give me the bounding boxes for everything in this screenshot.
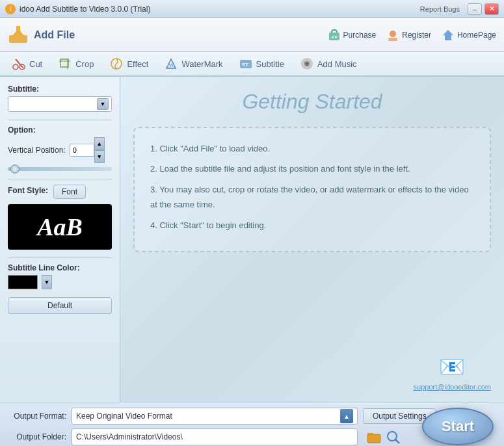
purchase-button[interactable]: Purchase xyxy=(328,29,377,42)
divider-1 xyxy=(8,120,112,120)
email-section: 📧 support@idooeditor.com xyxy=(414,354,491,391)
add-file-button[interactable]: Add File xyxy=(8,26,75,44)
spin-up-button[interactable]: ▲ xyxy=(94,137,105,150)
instructions-box: 1. Click "Add File" to load video. 2. Lo… xyxy=(133,127,491,252)
folder-path-value: C:\Users\Administrator\Videos\ xyxy=(76,432,183,441)
cut-icon xyxy=(12,57,26,71)
close-button[interactable]: ✕ xyxy=(484,3,499,15)
svg-text:W: W xyxy=(169,63,174,68)
right-panel: Getting Started 1. Click "Add File" to l… xyxy=(120,77,504,402)
add-music-toolbar-item[interactable]: Add Music xyxy=(293,54,364,73)
svg-rect-3 xyxy=(329,33,339,40)
subtitle-dropdown-arrow: ▼ xyxy=(97,98,109,110)
color-swatch[interactable] xyxy=(8,275,38,289)
title-bar-left: i idoo Add Subtitle to Video 3.0.0 (Tria… xyxy=(5,4,150,14)
effect-icon xyxy=(109,57,124,71)
spin-down-button[interactable]: ▼ xyxy=(94,150,105,163)
cut-label: Cut xyxy=(29,59,42,69)
svg-rect-0 xyxy=(9,35,27,43)
watermark-label: WaterMark xyxy=(181,59,222,69)
add-music-label: Add Music xyxy=(317,59,357,69)
subtitle-line-color-label: Subtitle Line Color: xyxy=(8,263,112,272)
font-style-label: Font Style: xyxy=(8,186,48,195)
crop-label: Crop xyxy=(75,59,94,69)
start-button[interactable]: Start xyxy=(422,408,494,445)
svg-point-6 xyxy=(390,31,396,37)
font-button[interactable]: Font xyxy=(53,185,86,199)
crop-toolbar-item[interactable]: Crop xyxy=(51,54,100,73)
instruction-3: 3. You may also cut, crop or rotate the … xyxy=(150,182,474,213)
subtitle-icon: ST xyxy=(239,57,253,71)
watermark-toolbar-item[interactable]: W WaterMark xyxy=(157,54,229,73)
svg-point-4 xyxy=(332,36,334,38)
instruction-1: 1. Click "Add File" to load video. xyxy=(150,141,474,156)
font-style-row: Font Style: Font xyxy=(8,185,112,199)
color-dropdown-arrow[interactable]: ▼ xyxy=(42,275,52,289)
purchase-label: Purchase xyxy=(343,31,377,40)
email-icon: 📧 xyxy=(414,354,491,379)
output-format-dropdown[interactable]: Keep Original Video Format ▲ xyxy=(72,408,358,425)
purchase-icon xyxy=(328,29,341,42)
homepage-label: HomePage xyxy=(457,31,496,40)
main-content: Subtitle: ▼ Option: Vertical Position: 0… xyxy=(0,77,504,402)
font-preview: AaB xyxy=(8,204,112,250)
left-panel: Subtitle: ▼ Option: Vertical Position: 0… xyxy=(0,77,120,402)
search-folder-button[interactable] xyxy=(385,428,402,445)
email-link[interactable]: support@idooeditor.com xyxy=(414,383,491,391)
subtitle-toolbar-item[interactable]: ST Subtitle xyxy=(232,54,291,73)
cut-toolbar-item[interactable]: Cut xyxy=(5,54,49,73)
svg-text:ST: ST xyxy=(242,62,248,68)
slider-thumb xyxy=(10,164,20,174)
header-actions: Purchase Register HomePage xyxy=(328,29,496,42)
effect-label: Effect xyxy=(127,59,148,69)
output-format-value: Keep Original Video Format xyxy=(76,412,172,421)
minimize-button[interactable]: – xyxy=(468,3,482,15)
vertical-position-input[interactable]: 0 xyxy=(70,144,94,157)
title-bar: i idoo Add Subtitle to Video 3.0.0 (Tria… xyxy=(0,0,504,18)
title-bar-right: Report Bugs – ✕ xyxy=(420,3,499,15)
instruction-2: 2. Load the subtitle file and adjust its… xyxy=(150,161,474,176)
report-bugs-label: Report Bugs xyxy=(420,5,460,13)
folder-icons xyxy=(365,428,402,445)
subtitle-label: Subtitle xyxy=(256,59,284,69)
divider-3 xyxy=(8,257,112,258)
getting-started-title: Getting Started xyxy=(242,90,382,114)
divider-2 xyxy=(8,179,112,179)
homepage-button[interactable]: HomePage xyxy=(442,29,496,42)
header-bar: Add File Purchase Register HomePage xyxy=(0,18,504,52)
subtitle-dropdown[interactable]: ▼ xyxy=(8,96,112,112)
subtitle-field-label: Subtitle: xyxy=(8,85,112,94)
vertical-position-value: 0 xyxy=(73,146,77,154)
toolbar: Cut Crop Effect W WaterMark ST Subtitle … xyxy=(0,52,504,77)
svg-line-28 xyxy=(395,439,399,443)
format-dropdown-arrow: ▲ xyxy=(340,409,353,423)
bottom-bar: Output Format: Keep Original Video Forma… xyxy=(0,402,504,446)
position-slider[interactable] xyxy=(8,167,112,171)
output-format-label: Output Format: xyxy=(8,412,66,421)
svg-point-5 xyxy=(335,36,337,38)
window-title: idoo Add Subtitle to Video 3.0.0 (Trial) xyxy=(20,5,150,14)
effect-toolbar-item[interactable]: Effect xyxy=(103,54,155,73)
add-music-icon xyxy=(300,57,314,71)
crop-icon xyxy=(58,57,72,71)
vertical-position-row: Vertical Position: 0 ▲ ▼ xyxy=(8,137,112,163)
svg-rect-7 xyxy=(388,38,397,41)
svg-rect-14 xyxy=(60,59,68,67)
browse-folder-button[interactable] xyxy=(365,428,382,445)
watermark-icon: W xyxy=(164,57,178,71)
app-icon: i xyxy=(5,4,16,14)
color-row: ▼ xyxy=(8,275,112,289)
instruction-4: 4. Click "Start" to begin editing. xyxy=(150,218,474,233)
svg-point-9 xyxy=(13,64,18,70)
add-file-icon xyxy=(8,26,29,44)
add-file-label: Add File xyxy=(34,29,75,41)
default-button[interactable]: Default xyxy=(8,297,112,314)
output-folder-path: C:\Users\Administrator\Videos\ xyxy=(72,428,358,445)
register-button[interactable]: Register xyxy=(386,29,431,42)
svg-marker-8 xyxy=(443,30,453,40)
svg-rect-2 xyxy=(16,26,20,34)
register-icon xyxy=(386,29,399,42)
output-folder-label: Output Folder: xyxy=(8,432,66,441)
homepage-icon xyxy=(442,29,455,42)
svg-point-23 xyxy=(306,63,308,65)
